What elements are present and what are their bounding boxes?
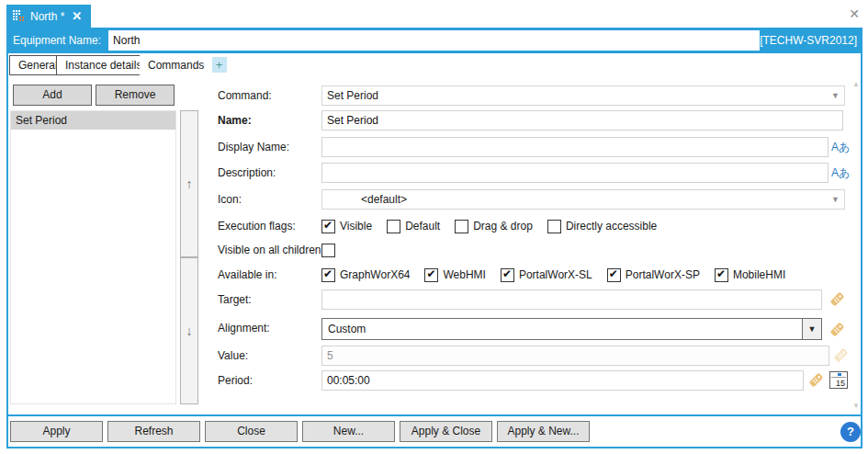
value-label: Value: [218,346,248,366]
icon-value: <default> [327,193,407,206]
tag-icon[interactable] [829,291,845,307]
checkbox-directly-accessible[interactable] [547,220,561,233]
tab-instance-details[interactable]: Instance details [56,55,151,75]
list-item-set-period[interactable]: Set Period [11,111,175,130]
checkbox-label: Default [405,220,440,233]
localization-icon[interactable]: Aあ [831,140,850,154]
equipment-icon [13,10,25,22]
scroll-down-icon[interactable]: ▼ [851,402,862,411]
alignment-label: Alignment: [218,318,270,338]
name-input[interactable] [321,110,843,131]
refresh-button[interactable]: Refresh [107,421,200,442]
remove-button[interactable]: Remove [96,85,175,106]
calendar-dot [838,373,841,376]
period-label: Period: [218,370,253,391]
target-label: Target: [218,289,252,310]
command-value: Set Period [327,89,378,102]
target-input[interactable] [321,289,822,310]
checkbox-label: Drag & drop [473,220,533,233]
new-button[interactable]: New... [302,421,395,442]
equipment-name-bar: Equipment Name: [TECHW-SVR2012] [6,28,862,53]
checkbox-graphworx64[interactable] [321,268,335,282]
tag-icon[interactable] [808,372,824,388]
flag-directly-accessible[interactable]: Directly accessible [547,220,657,233]
equipment-name-input[interactable] [108,30,760,51]
flag-visible[interactable]: Visible [321,220,372,233]
description-input[interactable] [321,163,829,183]
checkbox-label: Directly accessible [566,220,657,233]
document-tab-close-icon[interactable]: ✕ [72,9,82,23]
available-mobilehmi[interactable]: MobileHMI [715,268,785,282]
description-label: Description: [218,163,276,183]
down-arrow-icon: ↓ [186,323,193,338]
apply-new-button[interactable]: Apply & New... [497,421,590,442]
footer-separator [6,414,862,416]
checkbox-label: GraphWorX64 [340,268,410,281]
chevron-down-icon: ▼ [831,91,840,100]
command-combobox[interactable]: Set Period ▼ [321,85,845,106]
calendar-bar [831,377,846,378]
chevron-down-icon: ▼ [831,195,840,204]
visible-all-children-group [321,240,335,260]
available-in-label: Available in: [218,265,277,285]
checkbox-webhmi[interactable] [424,268,438,282]
checkbox-portalworx-sp[interactable] [607,268,621,282]
available-in-group: GraphWorX64 WebHMI PortalWorX-SL PortalW… [321,265,785,285]
close-button[interactable]: Close [205,421,298,442]
display-name-label: Display Name: [218,137,289,157]
available-graphworx64[interactable]: GraphWorX64 [321,268,410,282]
checkbox-portalworx-sl[interactable] [501,268,514,282]
calendar-icon[interactable]: 15 [829,371,848,389]
display-name-input[interactable] [321,137,829,157]
name-label: Name: [218,110,252,131]
available-portalworx-sp[interactable]: PortalWorX-SP [607,268,700,282]
period-input[interactable] [321,370,804,391]
checkbox-visible-all-children[interactable] [321,244,335,257]
checkbox-default[interactable] [387,220,400,233]
tag-icon[interactable] [829,322,845,337]
visible-all-children-label: Visible on all children: [218,240,324,260]
checkbox-label: WebHMI [443,268,485,281]
apply-close-button[interactable]: Apply & Close [400,421,492,442]
checkbox-label: PortalWorX-SP [626,268,700,281]
value-input [321,346,829,366]
alignment-dropdown-button[interactable]: ▼ [802,319,821,339]
available-portalworx-sl[interactable]: PortalWorX-SL [501,268,592,282]
command-label: Command: [218,85,272,106]
checkbox-label: PortalWorX-SL [519,268,592,281]
calendar-day: 15 [836,379,845,388]
checkbox-drag-drop[interactable] [455,220,468,233]
checkbox-label: MobileHMI [733,268,785,281]
execution-flags-group: Visible Default Drag & drop Directly acc… [321,216,657,236]
icon-label: Icon: [218,189,242,210]
document-tab-north[interactable]: North * ✕ [6,5,91,28]
scroll-up-icon[interactable]: ▲ [851,80,862,89]
add-button[interactable]: Add [13,85,92,106]
checkbox-visible[interactable] [321,220,335,233]
available-webhmi[interactable]: WebHMI [424,268,485,282]
tab-add-button[interactable]: + [210,56,228,74]
checkbox-mobilehmi[interactable] [715,268,728,282]
server-badge: [TECHW-SVR2012] [760,34,857,47]
execution-flags-label: Execution flags: [218,216,296,236]
alignment-combobox[interactable]: Custom ▼ [321,318,822,340]
move-down-button[interactable]: ↓ [180,257,198,404]
flag-default[interactable]: Default [387,220,440,233]
tab-commands[interactable]: Commands [140,53,212,77]
help-button[interactable]: ? [840,422,861,442]
flag-drag-drop[interactable]: Drag & drop [455,220,533,233]
chevron-down-icon: ▼ [808,324,817,334]
document-tab-title: North * [30,10,64,23]
up-arrow-icon: ↑ [186,176,193,191]
checkbox-label: Visible [340,220,372,233]
equipment-editor-window: North * ✕ ✕ Equipment Name: [TECHW-SVR20… [0,0,868,454]
localization-icon[interactable]: Aあ [831,165,850,180]
move-up-button[interactable]: ↑ [180,110,198,257]
window-close-icon[interactable]: ✕ [846,6,862,22]
apply-button[interactable]: Apply [10,421,103,442]
command-list: Set Period [10,110,176,404]
icon-combobox[interactable]: <default> ▼ [321,189,845,210]
alignment-value: Custom [322,323,366,335]
tag-icon-disabled [833,347,849,363]
equipment-name-label: Equipment Name: [13,34,101,47]
